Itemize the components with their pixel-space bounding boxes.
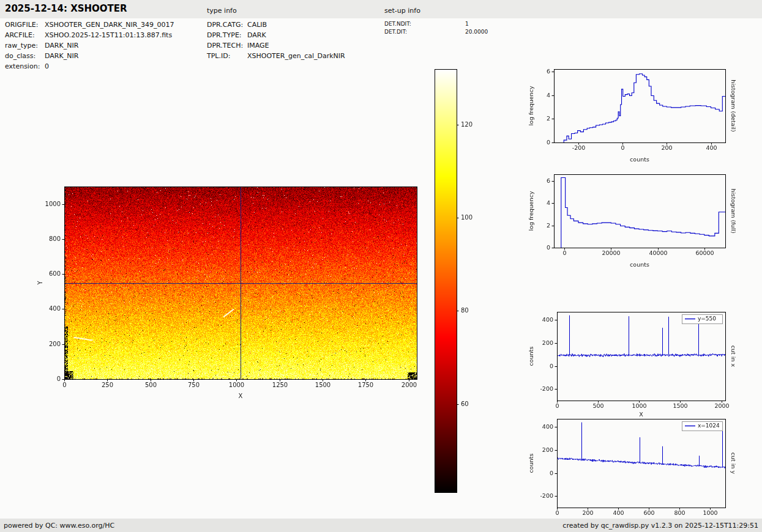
- meta-value: XSHOOTER_gen_cal_DarkNIR: [247, 52, 345, 60]
- setup-info-block: DET.NDIT:1 DET.DIT:20.0000: [384, 20, 488, 36]
- qc-report-page: 2025-12-14: XSHOOTER type info set-up in…: [0, 0, 762, 532]
- histogram-full-plot: [525, 166, 736, 275]
- meta-row: DPR.CATG:CALIB: [207, 20, 345, 30]
- meta-value: 0: [45, 62, 49, 70]
- meta-row: do_class:DARK_NIR: [5, 51, 174, 61]
- cut-in-x-plot: [525, 305, 736, 422]
- meta-value: DARK: [247, 31, 266, 39]
- meta-row: DPR.TECH:IMAGE: [207, 40, 345, 51]
- meta-value: DARK_NIR: [45, 42, 78, 50]
- meta-label: DET.NDIT:: [384, 20, 465, 28]
- meta-row: DET.DIT:20.0000: [384, 28, 488, 36]
- meta-label: ARCFILE:: [5, 30, 45, 40]
- footer-left-text: powered by QC: www.eso.org/HC: [4, 522, 114, 530]
- meta-row: ORIGFILE:XSHOOTER_GEN_DARK_NIR_349_0017: [5, 20, 174, 30]
- meta-label: raw_type:: [5, 40, 45, 51]
- meta-label: TPL.ID:: [207, 51, 247, 61]
- meta-value: CALIB: [247, 21, 267, 29]
- meta-value: XSHOOTER_GEN_DARK_NIR_349_0017: [45, 21, 174, 29]
- file-info-block: ORIGFILE:XSHOOTER_GEN_DARK_NIR_349_0017 …: [5, 20, 174, 72]
- meta-row: DPR.TYPE:DARK: [207, 30, 345, 40]
- meta-value: XSHOO.2025-12-15T11:01:13.887.fits: [45, 31, 172, 39]
- meta-label: DET.DIT:: [384, 28, 465, 36]
- meta-value: 1: [465, 21, 469, 27]
- type-info-heading: type info: [207, 7, 237, 15]
- meta-row: ARCFILE:XSHOO.2025-12-15T11:01:13.887.fi…: [5, 30, 174, 40]
- type-info-block: DPR.CATG:CALIB DPR.TYPE:DARK DPR.TECH:IM…: [207, 20, 345, 61]
- meta-row: extension:0: [5, 61, 174, 72]
- meta-label: extension:: [5, 61, 45, 72]
- footer-bar: powered by QC: www.eso.org/HC created by…: [0, 519, 762, 532]
- meta-row: DET.NDIT:1: [384, 20, 488, 28]
- raw-image-heatmap: [34, 180, 438, 401]
- setup-info-heading: set-up info: [384, 7, 420, 15]
- histogram-detail-plot: [525, 61, 736, 170]
- meta-label: DPR.TYPE:: [207, 30, 247, 40]
- meta-value: 20.0000: [465, 29, 488, 35]
- page-title: 2025-12-14: XSHOOTER: [5, 3, 127, 14]
- meta-label: do_class:: [5, 51, 45, 61]
- header-bar: 2025-12-14: XSHOOTER type info set-up in…: [0, 0, 762, 18]
- meta-row: TPL.ID:XSHOOTER_gen_cal_DarkNIR: [207, 51, 345, 61]
- meta-label: ORIGFILE:: [5, 20, 45, 30]
- colorbar: [430, 63, 478, 498]
- meta-label: DPR.TECH:: [207, 40, 247, 51]
- meta-value: IMAGE: [247, 42, 269, 50]
- meta-value: DARK_NIR: [45, 52, 78, 60]
- footer-right-text: created by qc_rawdisp.py v1.2.3 on 2025-…: [562, 522, 758, 530]
- cut-in-y-plot: [525, 412, 736, 529]
- meta-row: raw_type:DARK_NIR: [5, 40, 174, 51]
- meta-label: DPR.CATG:: [207, 20, 247, 30]
